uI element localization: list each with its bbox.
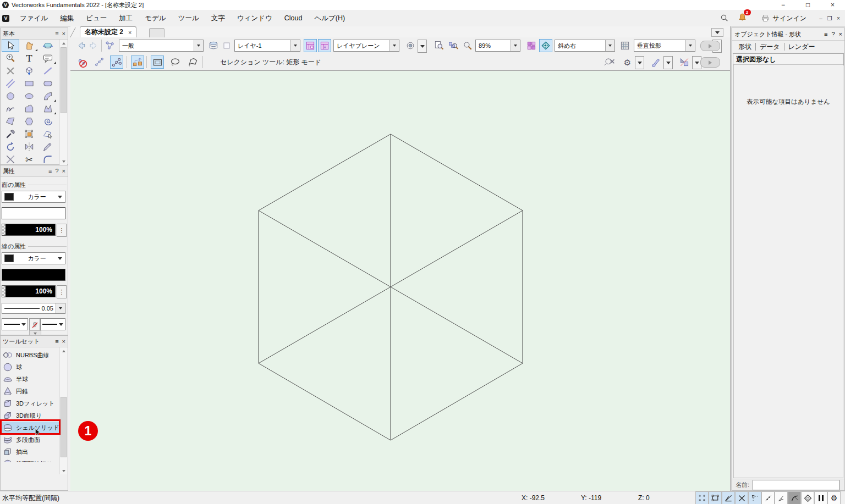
- pen-style-select[interactable]: カラー: [2, 252, 65, 264]
- tool-selection[interactable]: [2, 40, 19, 52]
- palette-help-icon[interactable]: ?: [55, 168, 58, 174]
- sheet-grid-icon[interactable]: [618, 39, 632, 52]
- high-detail-selection-icon[interactable]: [110, 56, 123, 69]
- toolset-item-sphere[interactable]: 球: [1, 361, 59, 373]
- view-options-icon[interactable]: [404, 39, 417, 52]
- panel-menu-icon[interactable]: ≡: [824, 31, 827, 37]
- snap-grid-button[interactable]: [695, 491, 709, 504]
- menu-item-4[interactable]: 加工: [113, 10, 139, 26]
- palette-menu-icon[interactable]: ≡: [55, 30, 58, 37]
- tab-close-icon[interactable]: ×: [128, 29, 131, 36]
- tool-spiral[interactable]: [39, 115, 57, 128]
- tool-text[interactable]: [20, 52, 38, 64]
- minimize-button[interactable]: −: [771, 0, 795, 10]
- tool-rectangle[interactable]: [20, 77, 38, 90]
- line-thickness-select[interactable]: 0.05: [2, 303, 65, 314]
- palette-close-icon[interactable]: ×: [62, 168, 65, 174]
- toolset-scrollbar[interactable]: [59, 347, 67, 474]
- toolset-item-extract[interactable]: 抽出: [1, 446, 59, 458]
- tool-eyedropper[interactable]: [2, 128, 19, 140]
- pen-color-preview[interactable]: [2, 269, 65, 281]
- object-name-input[interactable]: [753, 480, 839, 490]
- tool-rounded-rectangle[interactable]: [39, 77, 57, 90]
- menu-item-9[interactable]: Cloud: [278, 10, 309, 26]
- lasso-mode-icon[interactable]: [168, 56, 182, 69]
- fit-to-page-icon[interactable]: [432, 39, 446, 52]
- toolset-item-fillet3d[interactable]: 3Dフィレット: [1, 397, 59, 409]
- tool-trim[interactable]: [2, 153, 19, 165]
- tool-arc[interactable]: [39, 90, 57, 102]
- pause-snapping-button[interactable]: [814, 491, 827, 504]
- snap-intersection-button[interactable]: [735, 491, 748, 504]
- zoom-level-select[interactable]: 89%: [475, 40, 520, 52]
- scroll-down-icon[interactable]: [60, 467, 67, 474]
- snap-smart-point-button[interactable]: [748, 491, 761, 504]
- menu-item-3[interactable]: ビュー: [80, 10, 113, 26]
- signin-button[interactable]: サインイン: [761, 14, 806, 23]
- tool-flyover[interactable]: [39, 40, 57, 52]
- basic-palette-scrollbar[interactable]: [59, 40, 67, 165]
- document-tab[interactable]: 名称未設定 2 ×: [80, 26, 136, 37]
- tool-settings-dropdown-icon[interactable]: [635, 56, 644, 69]
- marquee-mode-icon[interactable]: [151, 56, 164, 69]
- fill-style-select[interactable]: カラー: [2, 191, 65, 203]
- maximize-button[interactable]: □: [795, 0, 820, 10]
- menu-item-8[interactable]: ウィンドウ: [231, 10, 278, 26]
- tool-offset[interactable]: [39, 141, 57, 153]
- tool-fillet[interactable]: [39, 153, 57, 165]
- tool-double-line[interactable]: [2, 77, 19, 90]
- tool-settings-gear-icon[interactable]: [621, 56, 634, 69]
- line-thickness-dropdown-icon[interactable]: [56, 303, 65, 313]
- class-visibility-icon[interactable]: [304, 39, 317, 52]
- selection-filter-icon[interactable]: [678, 56, 691, 69]
- mdi-restore-button[interactable]: ❐: [825, 15, 834, 21]
- tab-data[interactable]: データ: [756, 42, 784, 52]
- zoom-dropdown-icon[interactable]: [511, 40, 520, 51]
- snap-angle-button[interactable]: [722, 491, 735, 504]
- polygon-lasso-mode-icon[interactable]: [186, 56, 199, 69]
- layer-visibility-icon[interactable]: [318, 39, 331, 52]
- toolset-item-hemisphere[interactable]: 半球: [1, 373, 59, 385]
- saved-view-dropdown-icon[interactable]: [194, 40, 203, 51]
- tool-ellipse[interactable]: [20, 90, 38, 102]
- tool-clip-cube[interactable]: [20, 128, 38, 140]
- toolset-item-cone[interactable]: 円錐: [1, 385, 59, 397]
- snap-smart-edge-button[interactable]: [775, 491, 788, 504]
- palette-close-icon[interactable]: ×: [62, 30, 65, 37]
- zoom-icon[interactable]: [461, 39, 474, 52]
- saved-views-icon[interactable]: [103, 39, 117, 52]
- tool-delete[interactable]: [2, 65, 19, 77]
- mdi-minimize-button[interactable]: –: [816, 15, 825, 21]
- notification-bell[interactable]: 2: [737, 12, 748, 24]
- attribute-brush-icon[interactable]: [649, 56, 662, 69]
- snapping-icon[interactable]: [603, 56, 616, 69]
- projection-select[interactable]: 垂直投影: [634, 40, 695, 52]
- palette-menu-icon[interactable]: ≡: [48, 168, 52, 174]
- tab-shape[interactable]: 形状: [734, 42, 755, 52]
- mdi-close-button[interactable]: ×: [834, 15, 843, 21]
- marker-toggle-button[interactable]: [29, 318, 40, 331]
- tool-line[interactable]: [39, 65, 57, 77]
- view-direction-dropdown-icon[interactable]: [605, 40, 614, 51]
- fill-opacity-menu-button[interactable]: ⋮: [57, 224, 67, 237]
- tool-regular-polygon[interactable]: [20, 115, 38, 128]
- new-tab-stub[interactable]: [149, 28, 164, 37]
- tool-arch[interactable]: [20, 103, 38, 115]
- tool-rotate[interactable]: [2, 141, 19, 153]
- tool-circle[interactable]: [2, 90, 19, 102]
- panel-close-icon[interactable]: ×: [839, 31, 842, 37]
- fill-opacity-slider[interactable]: 100%: [2, 224, 56, 236]
- scrollbar-thumb[interactable]: [61, 397, 67, 457]
- disable-interactive-icon[interactable]: [75, 56, 88, 69]
- tool-polygon[interactable]: [2, 115, 19, 128]
- tool-split[interactable]: [20, 153, 38, 165]
- drag-mode-icon[interactable]: [131, 56, 144, 69]
- drawing-canvas[interactable]: [70, 70, 730, 491]
- pen-opacity-menu-button[interactable]: ⋮: [57, 285, 67, 298]
- low-detail-selection-icon[interactable]: [92, 56, 106, 69]
- menu-item-7[interactable]: 文字: [205, 10, 231, 26]
- forward-view-button[interactable]: [87, 39, 100, 52]
- palette-close-icon[interactable]: ×: [62, 338, 65, 345]
- tool-reshape[interactable]: [39, 128, 57, 140]
- scroll-up-icon[interactable]: [60, 347, 67, 355]
